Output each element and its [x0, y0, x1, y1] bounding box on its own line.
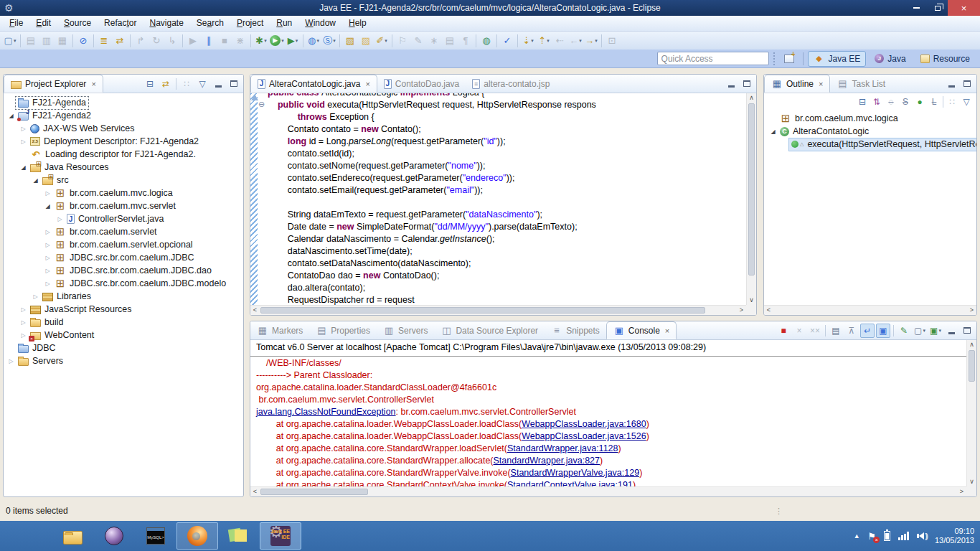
- terminate-button[interactable]: ■: [776, 324, 791, 338]
- scroll-down-icon[interactable]: ∨: [747, 296, 756, 305]
- editor-horizontal-scrollbar[interactable]: < >: [250, 305, 746, 315]
- expand-arrow-icon[interactable]: ◢: [43, 203, 52, 209]
- maximize-outline-button[interactable]: [960, 77, 974, 91]
- run-button[interactable]: ▶▾: [269, 33, 285, 48]
- maximize-button[interactable]: [227, 77, 241, 91]
- close-tab-icon[interactable]: ×: [819, 80, 823, 88]
- minimize-button[interactable]: [211, 77, 225, 91]
- tree-item-br-com-caelum-servlet-opcional[interactable]: ▷br.com.caelum.servlet.opcional: [4, 238, 243, 251]
- scroll-left-icon[interactable]: <: [250, 487, 260, 496]
- maximize-editor-button[interactable]: [740, 77, 754, 91]
- scroll-right-icon[interactable]: >: [737, 306, 746, 315]
- tree-item-build[interactable]: ▷build: [4, 316, 243, 329]
- clear-console-button[interactable]: ▤: [829, 324, 843, 338]
- minimize-window-button[interactable]: [906, 0, 927, 16]
- outline-item-alteracontatologic[interactable]: ◢AlteraContatoLogic: [764, 125, 976, 138]
- view-menu-button[interactable]: ▽: [959, 95, 974, 109]
- link-with-editor-button[interactable]: ⇄: [159, 77, 173, 91]
- menu-project[interactable]: Project: [230, 16, 270, 31]
- expand-arrow-icon[interactable]: ◢: [6, 113, 16, 119]
- close-tab-icon[interactable]: ×: [665, 326, 669, 335]
- hide-local-types-button[interactable]: L: [927, 95, 941, 109]
- tab-properties[interactable]: Properties: [309, 321, 377, 339]
- taskbar-file-explorer[interactable]: [52, 522, 93, 550]
- menu-search[interactable]: Search: [190, 16, 230, 31]
- scroll-left-icon[interactable]: <: [764, 306, 773, 315]
- export-archive-button[interactable]: ▨: [358, 33, 374, 48]
- display-selected-console-button[interactable]: ▢▾: [913, 324, 927, 338]
- tree-item-loading-descriptor-for-fj21-agenda2-[interactable]: Loading descriptor for FJ21-Agenda2.: [4, 148, 243, 161]
- expand-arrow-icon[interactable]: ▷: [43, 242, 52, 248]
- hide-static-members-button[interactable]: S: [898, 95, 913, 109]
- volume-icon[interactable]: )): [917, 532, 927, 540]
- expand-arrow-icon[interactable]: ▷: [43, 268, 52, 274]
- stack-trace-link[interactable]: java.lang.ClassNotFoundException: [256, 407, 396, 417]
- expand-arrow-icon[interactable]: ◢: [768, 128, 778, 135]
- code-editor[interactable]: ⊖ public class AlteraContatoLogic implem…: [250, 93, 756, 315]
- tab-altera-contato-jsp[interactable]: altera-contato.jsp: [466, 75, 556, 93]
- tab-contatodao-java[interactable]: ContatoDao.java: [377, 75, 466, 93]
- expand-arrow-icon[interactable]: ▷: [43, 190, 52, 197]
- tab-data-source-explorer[interactable]: Data Source Explorer: [434, 321, 545, 339]
- scroll-right-icon[interactable]: >: [957, 487, 966, 496]
- tree-item-servers[interactable]: ▷Servers: [4, 354, 243, 367]
- expand-arrow-icon[interactable]: ▷: [19, 319, 28, 326]
- restore-window-button[interactable]: [927, 0, 948, 16]
- menu-refactor[interactable]: Refactor: [98, 16, 143, 31]
- tree-item-jax-ws-web-services[interactable]: ▷JAX-WS Web Services: [4, 122, 243, 135]
- console-vertical-scrollbar[interactable]: ∧ ∨: [966, 340, 976, 486]
- word-wrap-button[interactable]: ↵: [860, 324, 875, 338]
- hide-non-public-button[interactable]: ●: [913, 95, 927, 109]
- menu-run[interactable]: Run: [270, 16, 298, 31]
- tree-item-jdbc-src-br-com-caelum-jdbc-dao[interactable]: ▷JDBC.src.br.com.caelum.JDBC.dao: [4, 264, 243, 277]
- battery-icon[interactable]: [884, 531, 890, 541]
- tab-alteracontatologic-java[interactable]: AlteraContatoLogic.java×: [250, 75, 377, 93]
- scroll-up-icon[interactable]: ∧: [967, 340, 976, 349]
- console-horizontal-scrollbar[interactable]: < >: [250, 486, 966, 496]
- validate-button[interactable]: ✓: [499, 33, 515, 48]
- menu-file[interactable]: File: [3, 16, 29, 31]
- next-annotation-button[interactable]: ⇣▾: [520, 33, 536, 48]
- scroll-right-icon[interactable]: >: [967, 306, 976, 315]
- perspective-resource[interactable]: Resource: [915, 51, 976, 67]
- stack-trace-link[interactable]: StandardWrapperValve.java:129: [511, 468, 640, 478]
- new-web-service-project-button[interactable]: ◍▾: [306, 33, 321, 48]
- open-perspective-button[interactable]: [780, 51, 798, 67]
- tab-servers[interactable]: Servers: [377, 321, 434, 339]
- quick-access-input[interactable]: [657, 52, 769, 65]
- scroll-up-icon[interactable]: ∧: [747, 93, 756, 103]
- hide-fields-button[interactable]: ◌: [884, 95, 898, 109]
- sort-button[interactable]: ⇅: [870, 95, 884, 109]
- show-on-stdout-button[interactable]: ▣: [876, 324, 890, 338]
- sash-grip[interactable]: ⋮: [775, 507, 783, 516]
- perspective-java-ee[interactable]: Java EE: [808, 51, 867, 67]
- tab-console[interactable]: Console×: [606, 321, 677, 339]
- new-wizard-button[interactable]: ▢▾: [2, 33, 18, 48]
- view-menu-button[interactable]: ▽: [195, 77, 209, 91]
- network-signal-icon[interactable]: [898, 532, 909, 540]
- debug-button[interactable]: ✱▾: [253, 33, 269, 48]
- minimize-editor-button[interactable]: [724, 77, 738, 91]
- tree-item-fj21-agenda[interactable]: FJ21-Agenda: [4, 96, 243, 109]
- build-all-button[interactable]: ≣: [96, 33, 112, 48]
- open-console-button[interactable]: ▣▾: [928, 324, 943, 338]
- tree-item-fj21-agenda2[interactable]: ◢FJ21-Agenda2: [4, 109, 243, 122]
- tree-item-controllerservlet-java[interactable]: ▷ControllerServlet.java: [4, 212, 243, 225]
- tab-task-list[interactable]: Task List: [830, 75, 892, 93]
- tab-snippets[interactable]: Snippets: [545, 321, 606, 339]
- stack-trace-link[interactable]: WebappClassLoader.java:1680: [522, 419, 646, 429]
- expand-arrow-icon[interactable]: ▷: [43, 255, 52, 261]
- expand-arrow-icon[interactable]: ◢: [31, 177, 40, 184]
- tree-item-br-com-caelum-mvc-logica[interactable]: ▷br.com.caelum.mvc.logica: [4, 187, 243, 199]
- tab-outline[interactable]: Outline ×: [764, 75, 830, 93]
- forward-button[interactable]: →▾: [583, 33, 599, 48]
- outline-horizontal-scrollbar[interactable]: < >: [764, 305, 976, 315]
- pin-console-button[interactable]: ✎: [897, 324, 911, 338]
- import-archive-button[interactable]: ▧: [342, 33, 358, 48]
- stack-trace-link[interactable]: StandardWrapper.java:1128: [507, 443, 618, 453]
- expand-arrow-icon[interactable]: ▷: [19, 306, 28, 313]
- menu-window[interactable]: Window: [298, 16, 342, 31]
- menu-edit[interactable]: Edit: [29, 16, 57, 31]
- skip-all-breakpoints-button[interactable]: ⊘: [75, 33, 91, 48]
- stack-trace-link[interactable]: StandardContextValve.java:191: [507, 480, 633, 486]
